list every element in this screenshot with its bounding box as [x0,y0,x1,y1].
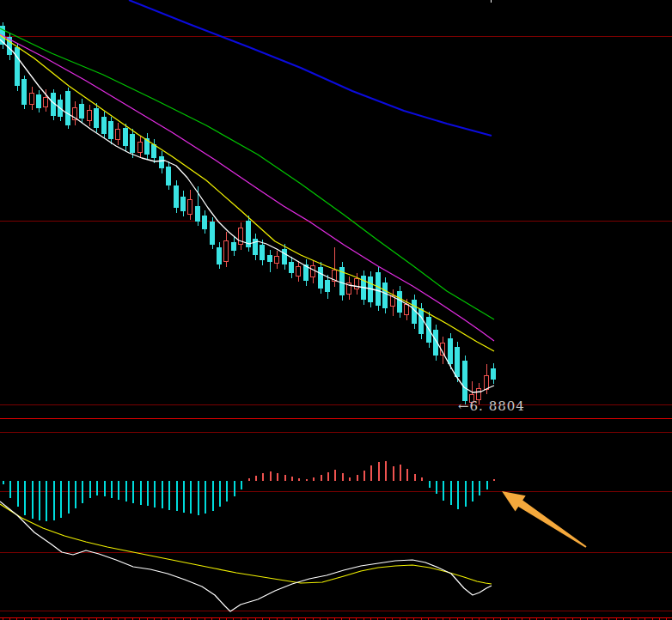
candle-down [21,79,27,105]
candle-up [485,376,489,390]
candle-down [180,197,186,211]
candle-down [448,338,453,364]
candle-up [188,200,192,215]
dea-line [0,504,492,584]
dif-line [0,501,492,611]
chart-root: ←6. 8804 [0,0,672,620]
candle-down [267,255,272,262]
candle-down [166,167,171,185]
candle-down [491,368,496,380]
ma-magenta-mid [0,34,494,341]
candle-up [116,130,120,140]
candle-down [159,156,164,168]
candle-up [296,267,301,277]
candle-down [36,94,41,108]
candle-up [275,257,279,264]
candle-up [311,266,315,277]
candle-down [210,222,215,245]
candle-down [108,121,113,139]
candle-down [65,91,70,125]
candle-down [217,247,222,264]
candle-up [138,143,143,153]
candle-down [123,128,128,146]
candle-down [94,108,99,128]
candle-up [224,241,229,262]
ma-green-slow [0,28,494,319]
candle-up [30,94,34,105]
macd-panel [0,461,494,611]
highlight-arrow [502,491,587,548]
candle-down [260,245,265,260]
candle-down [174,185,179,208]
main-price-panel [0,0,496,406]
candle-down [325,280,330,292]
candle-down [376,272,381,306]
ma-blue-slowest [129,0,492,136]
candle-down [455,347,460,377]
kline-chart-canvas[interactable]: ←6. 8804 [0,0,672,620]
candle-down [382,283,388,308]
last-price-label: ←6. 8804 [458,398,525,414]
candle-down [418,308,424,334]
candle-down [318,267,323,289]
candle-down [15,47,20,86]
candle-down [397,291,402,313]
ma-yellow-fast [0,35,494,351]
candle-up [355,279,359,289]
annotation-layer [502,491,587,548]
candle-down [231,242,236,251]
candle-down [289,262,294,273]
grid-layer [0,0,672,620]
candle-down [282,249,287,264]
candle-up [88,111,92,121]
candle-down [130,134,135,153]
candle-down [79,104,84,119]
candle-down [195,206,200,222]
candle-up [44,98,48,107]
candle-up [405,305,409,315]
candle-down [101,117,107,134]
candle-down [462,361,467,401]
candle-down [202,216,207,229]
